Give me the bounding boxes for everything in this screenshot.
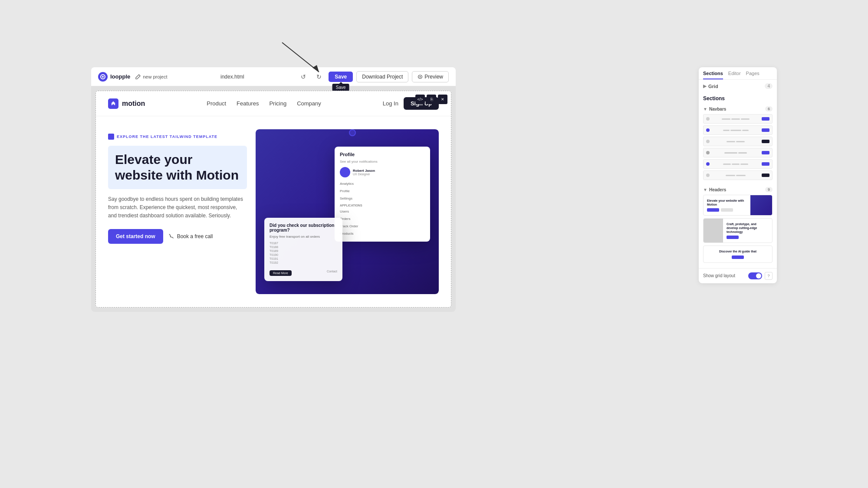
header-preview-1[interactable]: Elevate your website with Motion xyxy=(703,195,773,216)
navbars-section: ▼ Navbars 6 xyxy=(699,104,777,184)
app-item-orders: Orders xyxy=(340,216,425,222)
notif-row-4: T0190 xyxy=(270,253,337,256)
preview-button[interactable]: Preview xyxy=(412,71,449,82)
edit-controls: </> ⎘ ✕ xyxy=(415,95,447,104)
navbar-preview-6[interactable] xyxy=(703,170,773,180)
site-navbar: motion Product Features Pricing Company … xyxy=(96,91,451,116)
top-bar-left: loopple new project xyxy=(98,72,167,82)
editor-container: loopple new project index.html ↺ ↻ Save … xyxy=(91,67,456,312)
hero-buttons: Get started now Book a free call xyxy=(108,229,247,244)
explore-icon xyxy=(108,134,114,140)
hero-title: Elevate your website with Motion xyxy=(115,152,240,183)
tab-editor[interactable]: Editor xyxy=(728,71,741,79)
app-items: Users Orders Track Order Products xyxy=(340,209,425,236)
read-more-button[interactable]: Read More xyxy=(270,270,292,276)
nav-features[interactable]: Features xyxy=(237,100,259,107)
navbar-preview-1[interactable] xyxy=(703,114,773,124)
website-preview: </> ⎘ ✕ motion Product Feat xyxy=(95,91,451,308)
dashboard-card-main: Profile See all your notifications Rober… xyxy=(335,147,430,242)
sidebar-item-analytics: Analytics xyxy=(340,181,425,187)
sections-title: Sections xyxy=(703,95,725,102)
hero-description: Say goodbye to endless hours spent on bu… xyxy=(108,195,247,220)
new-project-label: new project xyxy=(143,74,167,79)
loopple-logo-text: loopple xyxy=(110,73,130,80)
login-button[interactable]: Log In xyxy=(383,100,398,107)
headers-label: Headers xyxy=(709,187,726,192)
navbar-preview-3[interactable] xyxy=(703,137,773,146)
copy-button[interactable]: ⎘ xyxy=(427,95,436,104)
grid-section: ▶ Grid 4 xyxy=(699,80,777,92)
headers-count: 9 xyxy=(765,187,773,192)
app-item-users: Users xyxy=(340,209,425,214)
navbar-preview-5[interactable] xyxy=(703,159,773,169)
hero-section: EXPLORE THE LATEST TAILWIND TEMPLATE Ele… xyxy=(96,116,451,307)
panel-tabs: Sections Editor Pages xyxy=(699,67,777,80)
header-preview-3[interactable]: Discover the AI guide that xyxy=(703,246,773,262)
preview-label: Preview xyxy=(424,74,443,80)
card-profile-header: Profile xyxy=(340,152,425,157)
grid-label: Grid xyxy=(708,84,718,89)
navbars-title-row: ▼ Navbars 6 xyxy=(703,106,773,111)
tab-pages[interactable]: Pages xyxy=(746,71,760,79)
nav-pricing[interactable]: Pricing xyxy=(269,100,286,107)
book-call-button[interactable]: Book a free call xyxy=(168,233,213,239)
explore-badge: EXPLORE THE LATEST TAILWIND TEMPLATE xyxy=(108,134,247,140)
notif-row-5: T0191 xyxy=(270,257,337,260)
hero-right: Profile See all your notifications Rober… xyxy=(256,129,439,294)
dashboard-background: Profile See all your notifications Rober… xyxy=(256,129,439,294)
app-item-track: Track Order xyxy=(340,223,425,229)
toggle-knob xyxy=(756,273,761,278)
save-tooltip: Save xyxy=(332,84,349,91)
headers-title-row: ▼ Headers 9 xyxy=(703,187,773,192)
cursor-dot xyxy=(349,129,356,136)
applications-label: APPLICATIONS xyxy=(340,204,425,207)
tab-sections[interactable]: Sections xyxy=(703,71,723,79)
sections-title-row: Sections xyxy=(699,92,777,104)
grid-layout-section: Show grid layout ? xyxy=(699,268,777,283)
card-profile-sub: See all your notifications xyxy=(340,160,425,164)
download-button[interactable]: Download Project xyxy=(356,71,408,82)
app-item-products: Products xyxy=(340,231,425,236)
nav-product[interactable]: Product xyxy=(207,100,226,107)
navbars-count: 6 xyxy=(765,106,773,111)
get-started-button[interactable]: Get started now xyxy=(108,229,163,244)
canvas-area: </> ⎘ ✕ motion Product Feat xyxy=(91,86,456,312)
header-preview-2[interactable]: Craft, prototype, and develop cutting-ed… xyxy=(703,218,773,243)
notif-row-3: T0189 xyxy=(270,249,337,252)
navbar-preview-2[interactable] xyxy=(703,125,773,135)
dashboard-card-notif: Did you check our subscription program? … xyxy=(264,218,342,281)
svg-point-4 xyxy=(420,76,421,77)
svg-point-3 xyxy=(102,76,104,78)
header-preview-3-label: Discover the AI guide that xyxy=(707,249,769,253)
headers-section: ▼ Headers 9 Elevate your website with Mo… xyxy=(699,184,777,268)
sidebar-items: Analytics Profile Settings xyxy=(340,181,425,201)
help-button[interactable]: ? xyxy=(765,272,773,280)
book-call-label: Book a free call xyxy=(177,233,213,239)
contact-label: Contact xyxy=(327,270,337,273)
explore-text: EXPLORE THE LATEST TAILWIND TEMPLATE xyxy=(117,134,217,139)
file-name: index.html xyxy=(220,74,244,80)
loopple-logo-icon xyxy=(98,72,108,82)
code-button[interactable]: </> xyxy=(415,95,425,104)
user-name: Robert Jason xyxy=(353,169,375,173)
site-nav-links: Product Features Pricing Company xyxy=(207,100,321,107)
site-logo-text: motion xyxy=(122,100,145,108)
svg-marker-1 xyxy=(312,65,319,72)
cursor xyxy=(349,129,356,136)
navbar-preview-4[interactable] xyxy=(703,148,773,157)
nav-company[interactable]: Company xyxy=(297,100,321,107)
notif-row-2: T0188 xyxy=(270,246,337,249)
notif-rows: T0187 T0188 T0189 T0190 T0191 T0192 xyxy=(270,242,337,264)
site-logo-icon xyxy=(108,98,118,109)
notif-desc: Enjoy free transport on all orders xyxy=(270,234,337,239)
top-bar: loopple new project index.html ↺ ↻ Save … xyxy=(91,67,456,86)
grid-count: 4 xyxy=(765,83,773,89)
sidebar-item-profile: Profile xyxy=(340,188,425,194)
new-project-button[interactable]: new project xyxy=(135,74,167,79)
hero-left: EXPLORE THE LATEST TAILWIND TEMPLATE Ele… xyxy=(108,129,247,294)
right-panel: Sections Editor Pages ▶ Grid 4 Sections … xyxy=(699,67,777,283)
grid-toggle[interactable] xyxy=(748,272,762,279)
loopple-logo: loopple xyxy=(98,72,130,82)
delete-button[interactable]: ✕ xyxy=(438,95,447,104)
card-avatar xyxy=(340,167,350,177)
